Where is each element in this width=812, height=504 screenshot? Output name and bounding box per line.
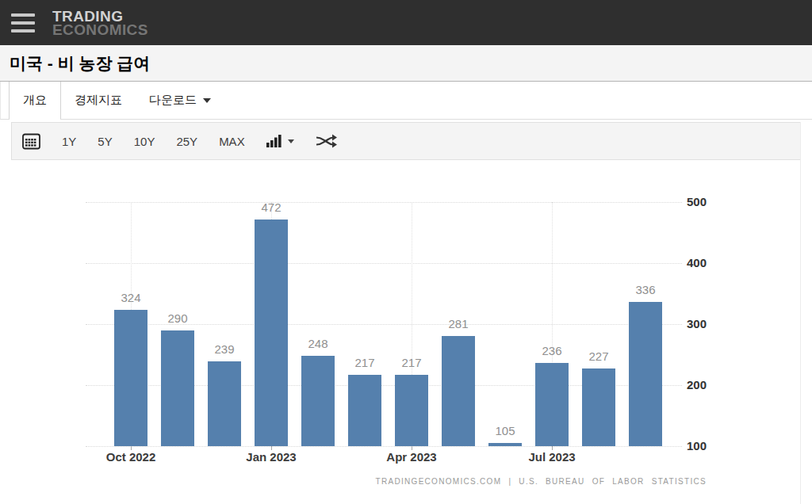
bar[interactable]: [255, 220, 288, 446]
bar-value-label: 281: [433, 317, 484, 330]
top-navbar: TRADING ECONOMICS: [0, 0, 812, 45]
logo-line2: ECONOMICS: [52, 23, 148, 36]
content-right-border: [800, 122, 801, 504]
y-gridline: [86, 446, 682, 447]
range-10y-button[interactable]: 10Y: [134, 135, 155, 148]
x-axis-label: Jul 2023: [516, 450, 588, 464]
y-axis-label: 200: [687, 378, 707, 391]
bar[interactable]: [535, 363, 569, 446]
tabs-bar: 개요 경제지표 다운로드: [0, 82, 812, 120]
y-axis-label: 100: [687, 439, 707, 452]
chart-type-button[interactable]: [266, 134, 294, 148]
y-axis-label: 300: [687, 317, 707, 330]
bar-value-label: 248: [293, 337, 343, 350]
bar[interactable]: [629, 302, 662, 446]
shuffle-icon: [316, 133, 337, 149]
y-gridline: [86, 202, 682, 203]
bar[interactable]: [208, 361, 241, 446]
tab-download[interactable]: 다운로드: [136, 82, 224, 119]
bar-value-label: 227: [573, 349, 624, 363]
chart-toolbar: 1Y 5Y 10Y 25Y MAX: [11, 122, 801, 160]
tab-overview[interactable]: 개요: [9, 82, 61, 119]
calendar-icon: [22, 133, 40, 150]
tab-indicators[interactable]: 경제지표: [61, 82, 136, 119]
chart-type-icon: [266, 134, 282, 148]
range-1y-button[interactable]: 1Y: [62, 135, 76, 148]
chart-area: TRADINGECONOMICS.COM | U.S. BUREAU OF LA…: [0, 160, 812, 502]
bar[interactable]: [348, 375, 381, 446]
x-axis-label: Apr 2023: [376, 450, 447, 464]
x-axis-label: Jan 2023: [236, 450, 307, 464]
compare-button[interactable]: [316, 133, 337, 149]
menu-icon[interactable]: [11, 13, 35, 32]
range-max-button[interactable]: MAX: [219, 135, 245, 148]
tab-download-label: 다운로드: [149, 93, 197, 108]
bar-value-label: 290: [152, 311, 203, 325]
chart-attribution: TRADINGECONOMICS.COM | U.S. BUREAU OF LA…: [376, 477, 707, 486]
bar[interactable]: [395, 375, 428, 446]
caret-down-icon: [203, 98, 211, 103]
y-axis-label: 500: [687, 195, 707, 208]
bar-value-label: 239: [199, 342, 250, 356]
bar[interactable]: [114, 310, 147, 446]
y-axis-label: 400: [687, 256, 707, 269]
x-axis-label: Oct 2022: [95, 450, 167, 464]
bar-value-label: 336: [620, 283, 671, 296]
bar[interactable]: [161, 330, 194, 446]
bar[interactable]: [442, 336, 475, 446]
page-title: 미국 - 비 농장 급여: [10, 52, 150, 74]
bar[interactable]: [301, 356, 335, 446]
calendar-button[interactable]: [22, 133, 40, 150]
range-5y-button[interactable]: 5Y: [98, 135, 112, 148]
page-title-bar: 미국 - 비 농장 급여: [0, 45, 812, 82]
trading-economics-logo[interactable]: TRADING ECONOMICS: [52, 10, 148, 36]
logo-line1: TRADING: [52, 10, 148, 23]
bar[interactable]: [488, 443, 522, 446]
bar-value-label: 217: [386, 356, 437, 369]
bar-value-label: 217: [339, 356, 390, 369]
range-25y-button[interactable]: 25Y: [176, 135, 197, 148]
bar-value-label: 105: [480, 424, 530, 437]
y-gridline: [86, 263, 682, 264]
bar-value-label: 236: [527, 344, 577, 357]
bar[interactable]: [582, 368, 615, 446]
caret-down-icon: [288, 139, 294, 143]
bar-value-label: 324: [105, 291, 156, 304]
bar-value-label: 472: [246, 200, 297, 214]
